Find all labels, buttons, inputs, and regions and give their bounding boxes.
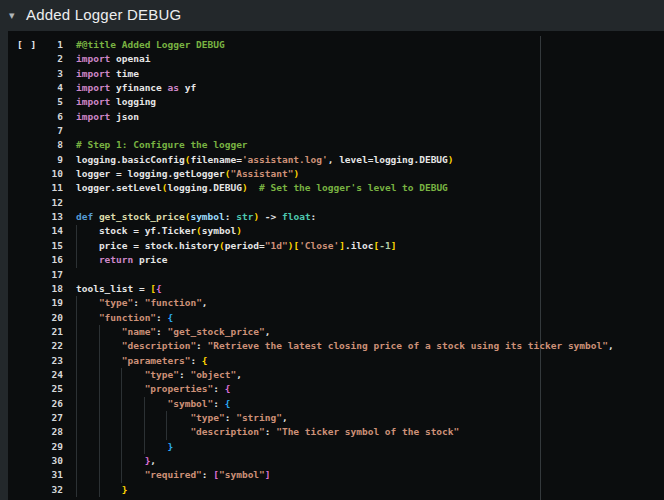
code-text: import openai — [76, 52, 150, 66]
code-text: stock = yf.Ticker(symbol) — [76, 224, 242, 238]
line-number: 11 — [8, 181, 63, 195]
code-text: "parameters": { — [76, 354, 208, 368]
code-line[interactable]: 32 } — [8, 483, 664, 497]
code-line[interactable]: 2import openai — [8, 52, 664, 66]
code-line[interactable]: 21 "name": "get_stock_price", — [8, 325, 664, 339]
line-number: 26 — [8, 397, 63, 411]
code-text: "type": "string", — [76, 411, 288, 425]
line-number: 12 — [8, 196, 63, 210]
code-line[interactable]: 5import logging — [8, 95, 664, 109]
line-number: 31 — [8, 468, 63, 482]
code-line[interactable]: 12 — [8, 196, 664, 210]
code-text: logger = logging.getLogger("Assistant") — [76, 167, 299, 181]
code-text: logging.basicConfig(filename='assistant.… — [76, 153, 454, 167]
code-text: #@title Added Logger DEBUG — [76, 38, 225, 52]
line-number: 13 — [8, 210, 63, 224]
code-line[interactable]: 1#@title Added Logger DEBUG — [8, 38, 664, 52]
code-line[interactable]: 22 "description": "Retrieve the latest c… — [8, 339, 664, 353]
section-header[interactable]: ▾ Added Logger DEBUG — [0, 0, 664, 31]
code-text: def get_stock_price(symbol: str) -> floa… — [76, 210, 316, 224]
code-cell[interactable]: [ ] 1#@title Added Logger DEBUG2import o… — [8, 31, 664, 500]
line-number: 16 — [8, 253, 63, 267]
code-text: import json — [76, 110, 139, 124]
line-number: 24 — [8, 368, 63, 382]
collapse-arrow-icon[interactable]: ▾ — [9, 7, 15, 23]
code-text: logger.setLevel(logging.DEBUG) # Set the… — [76, 181, 448, 195]
code-text: } — [76, 483, 127, 497]
line-number: 32 — [8, 483, 63, 497]
code-line[interactable]: 27 "type": "string", — [8, 411, 664, 425]
code-line[interactable]: 17 — [8, 268, 664, 282]
code-line[interactable]: 15 price = stock.history(period="1d")['C… — [8, 239, 664, 253]
code-line[interactable]: 30 }, — [8, 454, 664, 468]
code-line[interactable]: 6import json — [8, 110, 664, 124]
line-number: 5 — [8, 95, 63, 109]
line-number: 18 — [8, 282, 63, 296]
line-number: 2 — [8, 52, 63, 66]
code-line[interactable]: 14 stock = yf.Ticker(symbol) — [8, 224, 664, 238]
line-number: 20 — [8, 311, 63, 325]
line-number: 22 — [8, 339, 63, 353]
line-number: 4 — [8, 81, 63, 95]
code-line[interactable]: 19 "type": "function", — [8, 296, 664, 310]
line-number: 10 — [8, 167, 63, 181]
code-line[interactable]: 31 "required": ["symbol"] — [8, 468, 664, 482]
line-number: 27 — [8, 411, 63, 425]
code-text: import yfinance as yf — [76, 81, 196, 95]
code-text: "type": "function", — [76, 296, 208, 310]
code-line[interactable]: 18tools_list = [{ — [8, 282, 664, 296]
code-text: import time — [76, 67, 139, 81]
code-text: "type": "object", — [76, 368, 242, 382]
code-text: "description": "Retrieve the latest clos… — [76, 339, 614, 353]
line-number: 23 — [8, 354, 63, 368]
code-text: "function": { — [76, 311, 173, 325]
code-text: import logging — [76, 95, 156, 109]
code-line[interactable]: 13def get_stock_price(symbol: str) -> fl… — [8, 210, 664, 224]
line-number: 9 — [8, 153, 63, 167]
line-number: 21 — [8, 325, 63, 339]
line-number: 1 — [8, 38, 63, 52]
code-text: }, — [76, 454, 156, 468]
code-line[interactable]: 23 "parameters": { — [8, 354, 664, 368]
line-number: 30 — [8, 454, 63, 468]
code-text: price = stock.history(period="1d")['Clos… — [76, 239, 396, 253]
line-number: 15 — [8, 239, 63, 253]
notebook-view: ▾ Added Logger DEBUG [ ] 1#@title Added … — [0, 0, 664, 500]
code-line[interactable]: 26 "symbol": { — [8, 397, 664, 411]
code-text: return price — [76, 253, 168, 267]
code-line[interactable]: 10logger = logging.getLogger("Assistant"… — [8, 167, 664, 181]
code-text: # Step 1: Configure the logger — [76, 138, 248, 152]
code-text: "name": "get_stock_price", — [76, 325, 271, 339]
code-line[interactable]: 3import time — [8, 67, 664, 81]
code-line[interactable]: 20 "function": { — [8, 311, 664, 325]
code-line[interactable]: 8# Step 1: Configure the logger — [8, 138, 664, 152]
line-number: 8 — [8, 138, 63, 152]
code-text: "description": "The ticker symbol of the… — [76, 425, 459, 439]
line-number: 25 — [8, 382, 63, 396]
code-text: tools_list = [{ — [76, 282, 162, 296]
line-number: 14 — [8, 224, 63, 238]
line-number: 6 — [8, 110, 63, 124]
line-number: 29 — [8, 440, 63, 454]
code-line[interactable]: 11logger.setLevel(logging.DEBUG) # Set t… — [8, 181, 664, 195]
code-line[interactable]: 4import yfinance as yf — [8, 81, 664, 95]
line-number: 7 — [8, 124, 63, 138]
code-text: "properties": { — [76, 382, 230, 396]
code-line[interactable]: 28 "description": "The ticker symbol of … — [8, 425, 664, 439]
code-line[interactable]: 7 — [8, 124, 664, 138]
code-line[interactable]: 24 "type": "object", — [8, 368, 664, 382]
line-number: 19 — [8, 296, 63, 310]
code-text: } — [76, 440, 173, 454]
code-line[interactable]: 16 return price — [8, 253, 664, 267]
line-number: 28 — [8, 425, 63, 439]
code-line[interactable]: 29 } — [8, 440, 664, 454]
line-number: 3 — [8, 67, 63, 81]
section-title: Added Logger DEBUG — [26, 5, 181, 25]
code-text: "required": ["symbol"] — [76, 468, 271, 482]
code-lines: 1#@title Added Logger DEBUG2import opena… — [8, 38, 664, 497]
code-line[interactable]: 9logging.basicConfig(filename='assistant… — [8, 153, 664, 167]
line-number: 17 — [8, 268, 63, 282]
code-text: "symbol": { — [76, 397, 230, 411]
code-line[interactable]: 25 "properties": { — [8, 382, 664, 396]
